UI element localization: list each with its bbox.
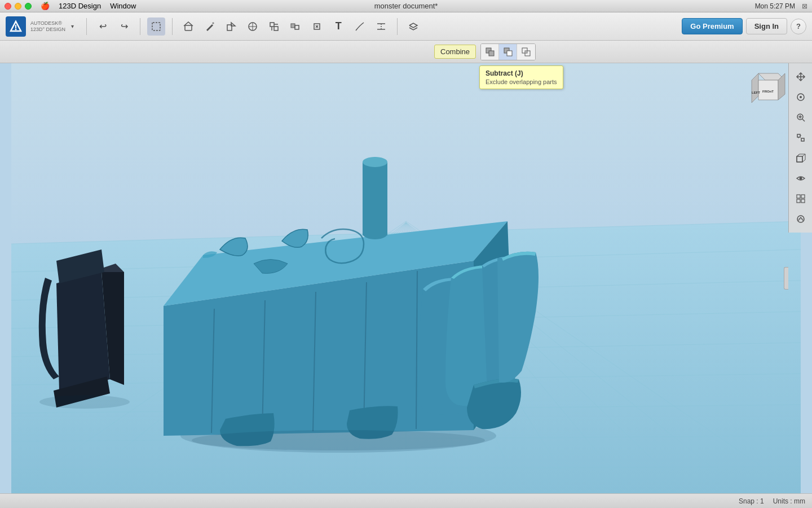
traffic-lights <box>5 3 32 10</box>
secondary-toolbar: Combine Subtract (J) Exclude overlapping… <box>0 41 812 63</box>
zoom-button[interactable] <box>792 108 810 126</box>
svg-rect-90 <box>797 156 802 162</box>
menu-item-window[interactable]: Window <box>110 2 136 10</box>
union-icon <box>484 46 496 58</box>
svg-marker-54 <box>56 272 110 391</box>
separator-2 <box>140 18 140 35</box>
combine-intersect-button[interactable] <box>517 44 535 60</box>
separator-1 <box>86 18 87 35</box>
redo-button[interactable]: ↪ <box>115 17 133 36</box>
construct-icon <box>247 21 258 32</box>
eye-icon <box>796 173 806 183</box>
svg-point-70 <box>192 430 485 450</box>
grid-icon <box>796 194 806 204</box>
orbit-button[interactable] <box>792 88 810 106</box>
titlebar: 🍎 123D Design Window monster document* M… <box>0 0 812 12</box>
home-view-button[interactable] <box>179 17 197 36</box>
undo-button[interactable]: ↩ <box>94 17 112 36</box>
tooltip-title: Subtract (J) <box>486 69 557 77</box>
close-button[interactable] <box>5 3 11 10</box>
combine-ops <box>480 43 536 60</box>
grid-button[interactable] <box>792 190 810 208</box>
svg-rect-25 <box>525 51 527 53</box>
svg-point-69 <box>363 157 387 167</box>
construct-button[interactable] <box>244 17 262 36</box>
pan-tool-button[interactable] <box>792 68 810 86</box>
right-toolbar <box>788 63 812 233</box>
svg-rect-14 <box>291 24 295 28</box>
menu-item-app[interactable]: 123D Design <box>59 2 101 10</box>
right-panel-tab[interactable] <box>784 267 788 290</box>
maximize-button[interactable] <box>25 3 32 10</box>
svg-rect-87 <box>801 138 804 141</box>
svg-marker-73 <box>752 73 758 103</box>
svg-rect-96 <box>797 195 800 198</box>
menu-items: 🍎 123D Design Window <box>41 2 136 10</box>
svg-rect-98 <box>797 199 800 203</box>
zoom-icon <box>796 112 806 122</box>
primitives-button[interactable] <box>222 17 240 36</box>
sign-in-button[interactable]: Sign In <box>746 18 787 34</box>
dimension-icon <box>376 21 387 32</box>
units-indicator: Units : mm <box>773 497 805 505</box>
svg-rect-11 <box>274 27 278 30</box>
statusbar: Snap : 1 Units : mm <box>0 493 812 508</box>
pan-icon <box>796 72 806 82</box>
window-title: monster document* <box>374 2 438 10</box>
snap-button[interactable] <box>308 17 326 36</box>
svg-rect-22 <box>507 51 512 56</box>
apple-menu[interactable]: 🍎 <box>41 2 50 10</box>
logo-icon <box>9 20 23 33</box>
layers-button[interactable] <box>404 17 422 36</box>
snap-indicator: Snap : 1 <box>739 497 764 505</box>
svg-rect-86 <box>797 134 800 137</box>
fit-view-icon <box>796 133 806 143</box>
material-button[interactable] <box>792 210 810 228</box>
system-clock: Mon 5:27 PM <box>755 2 795 10</box>
orbit-icon <box>796 92 806 102</box>
viewport[interactable]: LEFT FROnT <box>0 63 812 493</box>
orientation-cube[interactable]: LEFT FROnT <box>750 69 784 103</box>
logo-dropdown[interactable]: ▾ <box>71 23 74 29</box>
svg-point-95 <box>799 177 802 180</box>
group-icon <box>290 21 301 32</box>
svg-rect-97 <box>801 195 805 198</box>
separator-4 <box>397 18 398 35</box>
combine-subtract-button[interactable] <box>499 44 517 60</box>
titlebar-right: Mon 5:27 PM ⊠ <box>755 2 807 10</box>
combine-label-button[interactable]: Combine <box>434 45 476 59</box>
svg-line-93 <box>802 154 805 156</box>
svg-line-83 <box>802 119 805 121</box>
app-toolbar: AUTODESK® 123D° DESIGN ▾ ↩ ↪ <box>0 12 812 41</box>
sketch-button[interactable] <box>201 17 219 36</box>
svg-rect-3 <box>152 23 160 30</box>
svg-text:LEFT: LEFT <box>752 91 760 94</box>
app-logo <box>6 16 26 37</box>
viewport-svg <box>0 63 812 493</box>
subtract-icon <box>502 46 514 58</box>
layers-icon <box>408 21 419 32</box>
resize-button[interactable]: ⊠ <box>802 2 807 10</box>
logo-text: AUTODESK® 123D° DESIGN <box>30 20 65 33</box>
select-tool-button[interactable] <box>147 17 165 36</box>
separator-3 <box>172 18 173 35</box>
text-button[interactable]: T <box>329 17 347 36</box>
view-cube-button[interactable] <box>792 149 810 167</box>
minimize-button[interactable] <box>15 3 21 10</box>
measure-button[interactable] <box>351 17 369 36</box>
svg-rect-15 <box>295 25 299 29</box>
svg-point-81 <box>800 96 802 98</box>
go-premium-button[interactable]: Go Premium <box>682 18 742 34</box>
modify-button[interactable] <box>265 17 283 36</box>
help-button[interactable]: ? <box>791 19 806 34</box>
group-button[interactable] <box>286 17 304 36</box>
svg-rect-99 <box>801 199 805 203</box>
eye-button[interactable] <box>792 169 810 187</box>
dimension-button[interactable] <box>372 17 390 36</box>
viewport-wrapper: LEFT FROnT <box>0 63 812 493</box>
svg-text:FROnT: FROnT <box>762 90 774 93</box>
modify-icon <box>268 21 280 32</box>
combine-union-button[interactable] <box>481 44 499 60</box>
view-cube-icon <box>796 153 806 163</box>
fit-view-button[interactable] <box>792 129 810 147</box>
